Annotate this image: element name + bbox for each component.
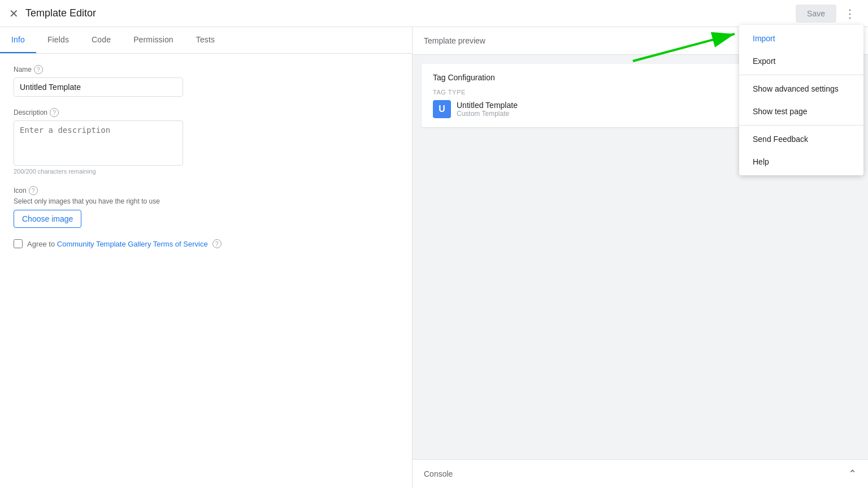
- tag-icon: U: [433, 100, 451, 118]
- save-button[interactable]: Save: [796, 5, 836, 23]
- tab-permission[interactable]: Permission: [122, 27, 185, 53]
- name-input[interactable]: [14, 77, 183, 97]
- console-label: Console: [424, 469, 453, 478]
- icon-section: Icon ? Select only images that you have …: [14, 186, 398, 228]
- main-layout: Info Fields Code Permission Tests Name ?…: [0, 27, 868, 488]
- dropdown-divider-1: [739, 75, 863, 75]
- dropdown-menu: Import Export Show advanced settings Sho…: [739, 25, 863, 175]
- tag-name: Untitled Template: [457, 101, 518, 110]
- name-field-group: Name ?: [14, 65, 398, 97]
- description-label: Description ?: [14, 108, 398, 117]
- tab-tests[interactable]: Tests: [185, 27, 226, 53]
- terms-text: Agree to Community Template Gallery Term…: [27, 240, 208, 248]
- description-field-group: Description ? 200/200 characters remaini…: [14, 108, 398, 175]
- menu-item-test-page[interactable]: Show test page: [739, 100, 863, 123]
- name-help-icon[interactable]: ?: [34, 65, 43, 74]
- terms-row: Agree to Community Template Gallery Term…: [14, 239, 398, 248]
- icon-label: Icon ?: [14, 186, 398, 195]
- form-area: Name ? Description ? 200/200 characters …: [0, 54, 412, 488]
- choose-image-button[interactable]: Choose image: [14, 210, 81, 228]
- icon-help-icon[interactable]: ?: [29, 186, 38, 195]
- tab-fields[interactable]: Fields: [36, 27, 80, 53]
- description-input[interactable]: [14, 120, 183, 166]
- tab-code[interactable]: Code: [80, 27, 122, 53]
- icon-note: Select only images that you have the rig…: [14, 197, 398, 205]
- menu-item-send-feedback[interactable]: Send Feedback: [739, 128, 863, 150]
- console-bar[interactable]: Console ⌃: [413, 459, 868, 488]
- top-bar: ✕ Template Editor Save ⋮: [0, 0, 868, 27]
- name-label: Name ?: [14, 65, 398, 74]
- dropdown-divider-2: [739, 125, 863, 126]
- tabs-bar: Info Fields Code Permission Tests: [0, 27, 412, 54]
- char-count: 200/200 characters remaining: [14, 168, 398, 175]
- menu-item-help[interactable]: Help: [739, 150, 863, 173]
- tag-sub: Custom Template: [457, 110, 518, 118]
- left-panel: Info Fields Code Permission Tests Name ?…: [0, 27, 413, 488]
- tab-info[interactable]: Info: [0, 27, 36, 53]
- menu-item-import[interactable]: Import: [739, 27, 863, 50]
- top-bar-actions: Save ⋮: [796, 3, 859, 24]
- close-button[interactable]: ✕: [9, 7, 19, 20]
- menu-item-advanced-settings[interactable]: Show advanced settings: [739, 77, 863, 100]
- terms-link[interactable]: Community Template Gallery Terms of Serv…: [57, 240, 208, 248]
- terms-checkbox[interactable]: [14, 239, 23, 248]
- description-help-icon[interactable]: ?: [50, 108, 59, 117]
- page-title: Template Editor: [25, 7, 796, 19]
- console-chevron-icon: ⌃: [848, 468, 857, 480]
- more-menu-button[interactable]: ⋮: [841, 3, 859, 24]
- terms-help-icon[interactable]: ?: [212, 239, 222, 248]
- tag-info: Untitled Template Custom Template: [457, 101, 518, 118]
- menu-item-export[interactable]: Export: [739, 50, 863, 72]
